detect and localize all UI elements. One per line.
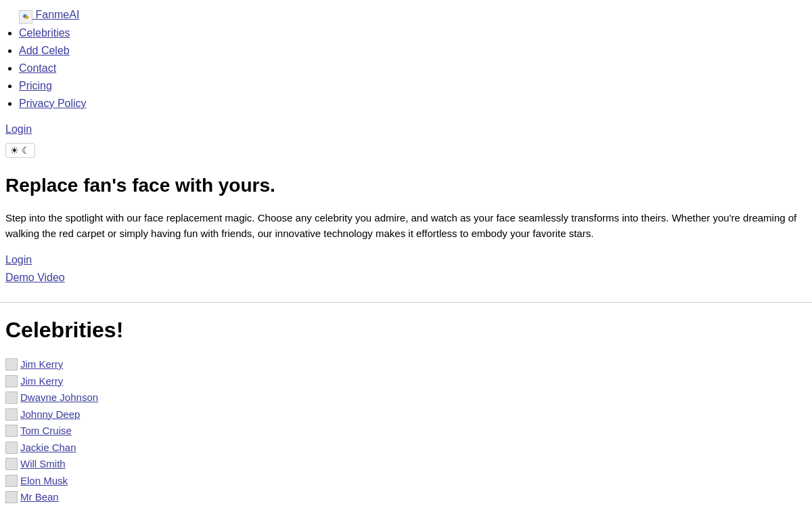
hero-login-link[interactable]: Login: [5, 252, 807, 268]
celebrity-image-placeholder: [5, 391, 18, 404]
nav-item-celebrities[interactable]: Celebrities: [19, 25, 807, 41]
logo-link[interactable]: 🎭 FanmeAI: [19, 7, 79, 24]
section-divider: [0, 302, 812, 303]
celebrity-image-placeholder: [5, 375, 18, 387]
celebrity-name: Dwayne Johnson: [20, 390, 98, 406]
nav-item-pricing[interactable]: Pricing: [19, 78, 807, 94]
celebrity-item[interactable]: Will Smith: [5, 457, 807, 472]
moon-icon: ☾: [22, 145, 30, 156]
celebrity-item[interactable]: Jackie Chan: [5, 440, 807, 456]
celebrity-name: Tom Cruise: [20, 423, 72, 439]
nav-link-pricing[interactable]: Pricing: [19, 80, 52, 91]
nav-link-add-celeb[interactable]: Add Celeb: [19, 45, 70, 56]
celebrity-image-placeholder: [5, 442, 18, 454]
celebrity-list: Jim KerryJim KerryDwayne JohnsonJohnny D…: [5, 357, 807, 508]
celebrity-name: Will Smith: [20, 457, 66, 472]
logo-icon: 🎭: [19, 10, 32, 24]
celebrity-name: Mr Bean: [20, 490, 59, 505]
top-login-link[interactable]: Login: [0, 119, 812, 140]
logo-text: FanmeAI: [35, 9, 79, 20]
celebrity-name: Jim Kerry: [20, 374, 63, 389]
celebrity-image-placeholder: [5, 475, 18, 487]
nav-link-celebrities[interactable]: Celebrities: [19, 27, 70, 39]
celebrity-name: Jackie Chan: [20, 440, 76, 456]
hero-demo-link[interactable]: Demo Video: [5, 270, 807, 286]
hero-section: Replace fan's face with yours. Step into…: [0, 161, 812, 297]
celebrity-item[interactable]: Dwayne Johnson: [5, 390, 807, 406]
nav-link-contact[interactable]: Contact: [19, 62, 56, 74]
celebrity-image-placeholder: [5, 358, 18, 371]
celebrity-item[interactable]: Elon Musk: [5, 473, 807, 489]
theme-toggle-button[interactable]: ☀ ☾: [5, 143, 35, 158]
celebrity-item[interactable]: Jim Kerry: [5, 374, 807, 389]
nav-link-privacy[interactable]: Privacy Policy: [19, 98, 87, 109]
celebrity-item[interactable]: Johnny Deep: [5, 407, 807, 423]
main-nav: 🎭 FanmeAI Celebrities Add Celeb Contact …: [0, 0, 812, 119]
hero-links: Login Demo Video: [5, 252, 807, 286]
nav-item-privacy[interactable]: Privacy Policy: [19, 96, 807, 112]
celebrities-title: Celebrities!: [5, 314, 807, 346]
celebrity-item[interactable]: Jim Kerry: [5, 357, 807, 373]
nav-logo-item[interactable]: 🎭 FanmeAI: [19, 7, 807, 24]
celebrity-image-placeholder: [5, 408, 18, 421]
celebrities-section: Celebrities! Jim KerryJim KerryDwayne Jo…: [0, 308, 812, 508]
hero-description: Step into the spotlight with our face re…: [5, 211, 804, 241]
celebrity-image-placeholder: [5, 458, 18, 470]
celebrity-name: Jim Kerry: [20, 357, 63, 373]
nav-item-add-celeb[interactable]: Add Celeb: [19, 43, 807, 59]
celebrity-name: Johnny Deep: [20, 407, 80, 423]
celebrity-image-placeholder: [5, 491, 18, 503]
celebrity-item[interactable]: Mr Bean: [5, 490, 807, 505]
nav-item-contact[interactable]: Contact: [19, 60, 807, 77]
celebrity-name: Elon Musk: [20, 473, 68, 489]
hero-title: Replace fan's face with yours.: [5, 171, 807, 200]
sun-icon: ☀: [10, 145, 19, 156]
celebrity-image-placeholder: [5, 425, 18, 437]
celebrity-item[interactable]: Tom Cruise: [5, 423, 807, 439]
